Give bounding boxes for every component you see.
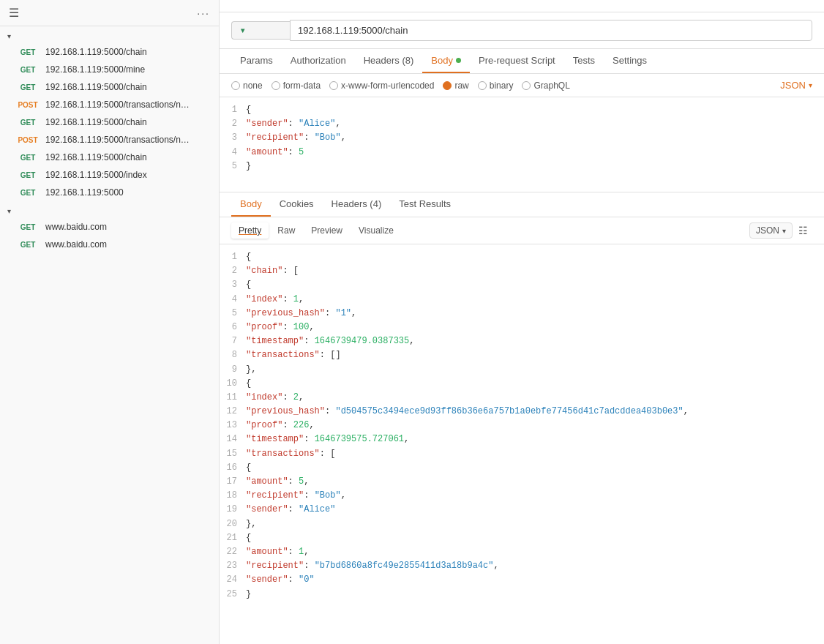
filter-icon[interactable]: ☷ xyxy=(794,222,812,239)
format-btn-preview[interactable]: Preview xyxy=(304,222,350,239)
list-item[interactable]: GETwww.baidu.com xyxy=(0,236,219,253)
line-content: "previous_hash": "1", xyxy=(246,307,356,321)
line-number: 13 xyxy=(220,419,246,433)
line-number: 1 xyxy=(220,250,246,264)
line-number: 22 xyxy=(220,545,246,559)
line-content: }, xyxy=(246,517,256,531)
tab-tests[interactable]: Tests xyxy=(564,49,604,73)
list-item[interactable]: GET192.168.1.119:5000/chain xyxy=(0,43,219,61)
item-url: 192.168.1.119:5000/chain xyxy=(45,82,147,92)
line-number: 15 xyxy=(220,447,246,461)
format-btn-visualize[interactable]: Visualize xyxy=(351,222,401,239)
list-item[interactable]: GET192.168.1.119:5000/index xyxy=(0,166,219,184)
code-line: 4 "amount": 5 xyxy=(220,146,824,160)
url-input[interactable] xyxy=(290,20,812,41)
body-option-none[interactable]: none xyxy=(231,80,263,91)
response-code-line: 20 }, xyxy=(220,517,824,531)
response-json-selector[interactable]: JSON▾ xyxy=(749,222,793,239)
format-btn-raw[interactable]: Raw xyxy=(270,222,302,239)
list-item[interactable]: POST192.168.1.119:5000/transactions/new xyxy=(0,96,219,113)
filter-icon[interactable]: ☰ xyxy=(9,6,19,20)
option-label: none xyxy=(243,80,263,91)
response-code-line: 7 "timestamp": 1646739479.0387335, xyxy=(220,334,824,348)
tab-body[interactable]: Body xyxy=(422,49,470,73)
format-btn-pretty[interactable]: Pretty xyxy=(231,222,269,239)
line-content: { xyxy=(246,531,251,545)
resp-tab-body[interactable]: Body xyxy=(231,192,271,217)
tab-headers--8-[interactable]: Headers (8) xyxy=(355,49,423,73)
request-bar: ▾ xyxy=(220,12,824,49)
json-format-chevron: ▾ xyxy=(809,81,812,89)
item-url: 192.168.1.119:5000/transactions/new xyxy=(45,100,192,110)
response-code-line: 2 "chain": [ xyxy=(220,264,824,278)
list-item[interactable]: GET192.168.1.119:5000 xyxy=(0,184,219,201)
tab-settings[interactable]: Settings xyxy=(604,49,656,73)
line-number: 11 xyxy=(220,391,246,405)
option-label: raw xyxy=(454,80,468,91)
json-format-selector[interactable]: JSON▾ xyxy=(780,80,812,91)
tab-params[interactable]: Params xyxy=(231,49,282,73)
response-body[interactable]: 1{2 "chain": [3 {4 "index": 1,5 "previou… xyxy=(220,244,824,644)
line-number: 12 xyxy=(220,405,246,419)
item-url: 192.168.1.119:5000/chain xyxy=(45,117,147,127)
request-body-editor[interactable]: 1{2 "sender": "Alice",3 "recipient": "Bo… xyxy=(220,97,824,192)
method-badge: GET xyxy=(15,48,41,57)
item-url: 192.168.1.119:5000 xyxy=(45,187,124,198)
code-line: 3 "recipient": "Bob", xyxy=(220,131,824,145)
method-badge: GET xyxy=(15,222,41,232)
today-group[interactable]: ▾ xyxy=(0,26,219,43)
line-number: 2 xyxy=(220,264,246,278)
body-options-bar: noneform-datax-www-form-urlencodedrawbin… xyxy=(220,74,824,97)
list-item[interactable]: POST192.168.1.119:5000/transactions/new xyxy=(0,131,219,149)
body-option-raw[interactable]: raw xyxy=(443,80,468,91)
tab-pre-request-script[interactable]: Pre-request Script xyxy=(470,49,564,73)
body-option-GraphQL[interactable]: GraphQL xyxy=(522,80,569,91)
response-code-line: 22 "amount": 1, xyxy=(220,545,824,559)
line-content: "proof": 226, xyxy=(246,419,315,433)
resp-tab-test-results[interactable]: Test Results xyxy=(390,192,460,217)
line-number: 20 xyxy=(220,517,246,531)
body-option-form-data[interactable]: form-data xyxy=(271,80,321,91)
method-badge: GET xyxy=(15,171,41,180)
method-badge: GET xyxy=(15,118,41,127)
line-number: 21 xyxy=(220,531,246,545)
body-option-x-www-form-urlencoded[interactable]: x-www-form-urlencoded xyxy=(329,80,434,91)
response-code-line: 14 "timestamp": 1646739575.727061, xyxy=(220,433,824,446)
item-url: 192.168.1.119:5000/chain xyxy=(45,152,147,162)
method-chevron: ▾ xyxy=(241,26,244,34)
line-number: 16 xyxy=(220,461,246,475)
response-code-line: 10 { xyxy=(220,377,824,391)
line-number: 1 xyxy=(220,103,246,117)
response-code-line: 5 "previous_hash": "1", xyxy=(220,307,824,321)
list-item[interactable]: GET192.168.1.119:5000/chain xyxy=(0,113,219,131)
feb28-items-list: GETwww.baidu.comGETwww.baidu.com xyxy=(0,218,219,253)
list-item[interactable]: GET192.168.1.119:5000/chain xyxy=(0,149,219,166)
method-select[interactable]: ▾ xyxy=(231,21,290,40)
list-item[interactable]: GETwww.baidu.com xyxy=(0,218,219,236)
resp-tab-headers--4-[interactable]: Headers (4) xyxy=(323,192,391,217)
item-url: www.baidu.com xyxy=(45,239,107,250)
response-code-line: 9 }, xyxy=(220,363,824,377)
resp-tab-cookies[interactable]: Cookies xyxy=(271,192,323,217)
line-content: }, xyxy=(246,363,256,377)
body-option-binary[interactable]: binary xyxy=(478,80,514,91)
line-content: "chain": [ xyxy=(246,264,299,278)
line-content: "timestamp": 1646739575.727061, xyxy=(246,433,409,446)
response-code-line: 15 "transactions": [ xyxy=(220,447,824,461)
line-content: { xyxy=(246,461,251,475)
line-content: "recipient": "Bob", xyxy=(246,131,346,145)
response-json-label: JSON xyxy=(756,225,779,236)
radio-circle xyxy=(478,81,487,90)
tab-authorization[interactable]: Authorization xyxy=(282,49,355,73)
list-item[interactable]: GET192.168.1.119:5000/chain xyxy=(0,78,219,96)
body-active-dot xyxy=(456,58,461,63)
list-item[interactable]: GET192.168.1.119:5000/mine xyxy=(0,61,219,78)
line-number: 24 xyxy=(220,573,246,587)
line-number: 19 xyxy=(220,503,246,517)
option-label: binary xyxy=(490,80,514,91)
line-number: 6 xyxy=(220,321,246,334)
more-icon[interactable]: ··· xyxy=(197,7,210,19)
item-url: www.baidu.com xyxy=(45,222,107,232)
feb28-group[interactable]: ▾ xyxy=(0,201,219,218)
line-number: 5 xyxy=(220,307,246,321)
